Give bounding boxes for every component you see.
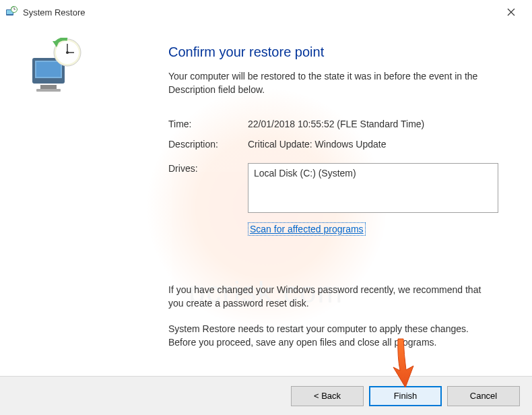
- time-label: Time:: [168, 119, 248, 129]
- page-subtext: Your computer will be restored to the st…: [168, 69, 498, 97]
- system-restore-icon: [5, 6, 18, 18]
- cancel-button[interactable]: Cancel: [447, 386, 520, 406]
- description-label: Description:: [168, 139, 248, 150]
- main-panel: Confirm your restore point Your computer…: [148, 24, 532, 364]
- description-row: Description: Critical Update: Windows Up…: [168, 139, 498, 150]
- drives-label: Drives:: [168, 163, 248, 213]
- close-button[interactable]: [496, 2, 527, 22]
- finish-button[interactable]: Finish: [369, 386, 442, 406]
- password-note: If you have changed your Windows passwor…: [168, 283, 498, 311]
- time-row: Time: 22/01/2018 10:55:52 (FLE Standard …: [168, 119, 498, 129]
- scan-link-wrap: Scan for affected programs: [248, 217, 498, 236]
- drives-row: Drives: Local Disk (C:) (System): [168, 163, 498, 213]
- page-heading: Confirm your restore point: [168, 44, 498, 60]
- svg-rect-10: [36, 89, 61, 92]
- description-value: Critical Update: Windows Update: [248, 139, 498, 150]
- drives-item[interactable]: Local Disk (C:) (System): [254, 168, 492, 179]
- time-value: 22/01/2018 10:55:52 (FLE Standard Time): [248, 119, 498, 129]
- scan-affected-programs-link[interactable]: Scan for affected programs: [248, 222, 366, 236]
- svg-rect-8: [36, 62, 61, 77]
- window-title: System Restore: [23, 7, 496, 18]
- system-restore-window: pcrisk.com System Restore: [0, 0, 532, 415]
- titlebar: System Restore: [0, 0, 532, 24]
- wizard-footer: < Back Finish Cancel: [0, 376, 532, 415]
- content-area: Confirm your restore point Your computer…: [0, 24, 532, 364]
- close-icon: [507, 8, 515, 16]
- drives-listbox[interactable]: Local Disk (C:) (System): [248, 163, 498, 213]
- sidebar: [0, 24, 148, 364]
- svg-rect-9: [40, 85, 57, 89]
- system-restore-large-icon: [27, 38, 88, 98]
- svg-point-15: [66, 51, 69, 54]
- restart-note: System Restore needs to restart your com…: [168, 322, 498, 350]
- back-button[interactable]: < Back: [291, 386, 364, 406]
